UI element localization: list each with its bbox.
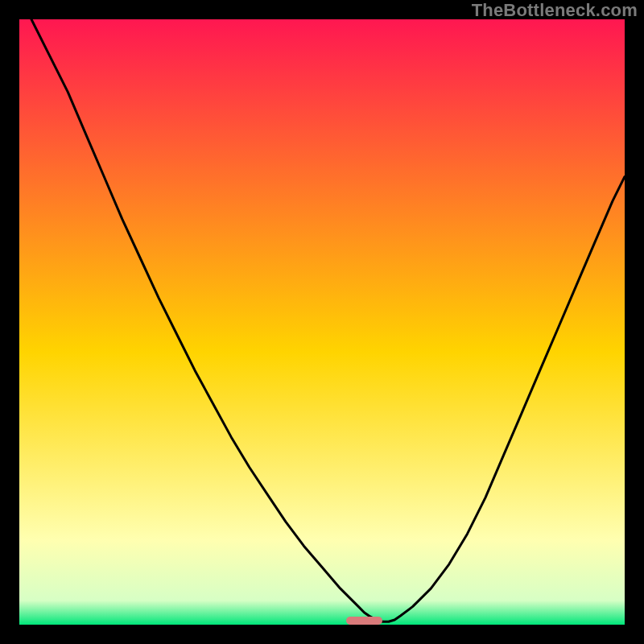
optimal-range-marker [346,617,382,625]
plot-area [19,19,625,625]
watermark-text: TheBottleneck.com [472,0,638,21]
bottleneck-curve [19,19,625,625]
chart-frame: TheBottleneck.com [0,0,644,644]
